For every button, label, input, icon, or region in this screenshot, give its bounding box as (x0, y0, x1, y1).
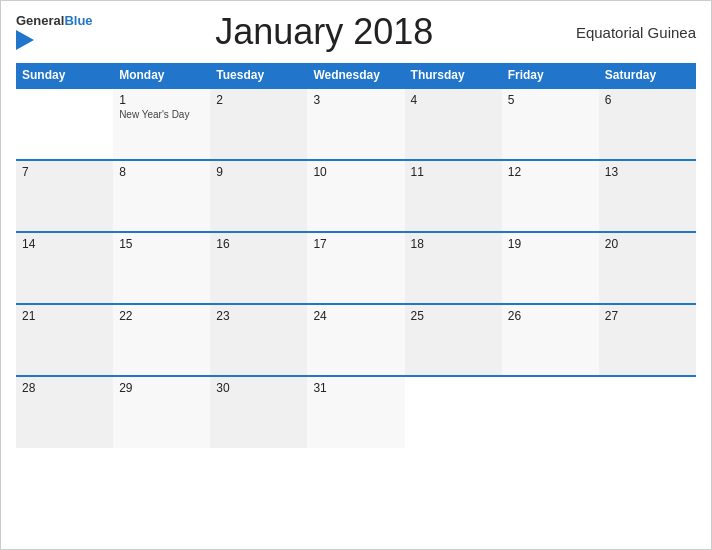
day-cell: 25 (405, 304, 502, 376)
day-number: 25 (411, 309, 496, 323)
weekday-header-monday: Monday (113, 63, 210, 88)
day-number: 29 (119, 381, 204, 395)
day-cell (16, 88, 113, 160)
week-row-2: 78910111213 (16, 160, 696, 232)
weekday-header-thursday: Thursday (405, 63, 502, 88)
weekday-header-tuesday: Tuesday (210, 63, 307, 88)
holiday-name: New Year's Day (119, 109, 204, 120)
day-cell: 7 (16, 160, 113, 232)
day-cell: 23 (210, 304, 307, 376)
weekday-header-row: SundayMondayTuesdayWednesdayThursdayFrid… (16, 63, 696, 88)
day-number: 19 (508, 237, 593, 251)
day-cell: 3 (307, 88, 404, 160)
day-number: 8 (119, 165, 204, 179)
day-cell: 2 (210, 88, 307, 160)
day-cell: 14 (16, 232, 113, 304)
day-number: 21 (22, 309, 107, 323)
week-row-3: 14151617181920 (16, 232, 696, 304)
logo-area: GeneralBlue (16, 14, 93, 50)
day-number: 18 (411, 237, 496, 251)
week-row-4: 21222324252627 (16, 304, 696, 376)
day-cell: 26 (502, 304, 599, 376)
day-cell: 13 (599, 160, 696, 232)
day-cell (599, 376, 696, 448)
day-number: 7 (22, 165, 107, 179)
day-cell: 5 (502, 88, 599, 160)
weekday-header-friday: Friday (502, 63, 599, 88)
day-cell: 1New Year's Day (113, 88, 210, 160)
day-cell: 9 (210, 160, 307, 232)
day-number: 28 (22, 381, 107, 395)
day-number: 30 (216, 381, 301, 395)
day-cell: 4 (405, 88, 502, 160)
day-number: 26 (508, 309, 593, 323)
week-row-5: 28293031 (16, 376, 696, 448)
day-number: 3 (313, 93, 398, 107)
day-number: 20 (605, 237, 690, 251)
day-number: 31 (313, 381, 398, 395)
calendar-title: January 2018 (93, 11, 556, 53)
day-number: 6 (605, 93, 690, 107)
calendar-header: GeneralBlue January 2018 Equatorial Guin… (16, 11, 696, 53)
day-cell (405, 376, 502, 448)
day-number: 15 (119, 237, 204, 251)
country-name: Equatorial Guinea (556, 24, 696, 41)
day-number: 24 (313, 309, 398, 323)
logo-flag (16, 30, 34, 50)
day-cell: 16 (210, 232, 307, 304)
weekday-header-wednesday: Wednesday (307, 63, 404, 88)
day-number: 10 (313, 165, 398, 179)
logo-general: General (16, 13, 64, 28)
weekday-header-sunday: Sunday (16, 63, 113, 88)
day-number: 1 (119, 93, 204, 107)
day-cell: 29 (113, 376, 210, 448)
week-row-1: 1New Year's Day23456 (16, 88, 696, 160)
day-cell: 20 (599, 232, 696, 304)
logo-blue: Blue (64, 13, 92, 28)
day-cell: 31 (307, 376, 404, 448)
day-number: 23 (216, 309, 301, 323)
calendar-container: GeneralBlue January 2018 Equatorial Guin… (0, 0, 712, 550)
day-cell: 11 (405, 160, 502, 232)
flag-triangle-icon (16, 30, 34, 50)
day-cell: 6 (599, 88, 696, 160)
day-number: 22 (119, 309, 204, 323)
day-number: 13 (605, 165, 690, 179)
day-number: 16 (216, 237, 301, 251)
day-cell: 30 (210, 376, 307, 448)
day-number: 27 (605, 309, 690, 323)
day-number: 2 (216, 93, 301, 107)
day-cell: 19 (502, 232, 599, 304)
day-cell: 22 (113, 304, 210, 376)
day-number: 9 (216, 165, 301, 179)
day-number: 5 (508, 93, 593, 107)
day-number: 11 (411, 165, 496, 179)
day-number: 12 (508, 165, 593, 179)
day-cell (502, 376, 599, 448)
day-cell: 15 (113, 232, 210, 304)
weekday-header-saturday: Saturday (599, 63, 696, 88)
day-cell: 27 (599, 304, 696, 376)
calendar-grid: SundayMondayTuesdayWednesdayThursdayFrid… (16, 63, 696, 448)
day-number: 14 (22, 237, 107, 251)
day-cell: 28 (16, 376, 113, 448)
day-cell: 18 (405, 232, 502, 304)
day-cell: 10 (307, 160, 404, 232)
day-cell: 12 (502, 160, 599, 232)
day-number: 4 (411, 93, 496, 107)
day-cell: 8 (113, 160, 210, 232)
day-cell: 24 (307, 304, 404, 376)
logo-text: GeneralBlue (16, 14, 93, 28)
day-cell: 21 (16, 304, 113, 376)
day-cell: 17 (307, 232, 404, 304)
day-number: 17 (313, 237, 398, 251)
